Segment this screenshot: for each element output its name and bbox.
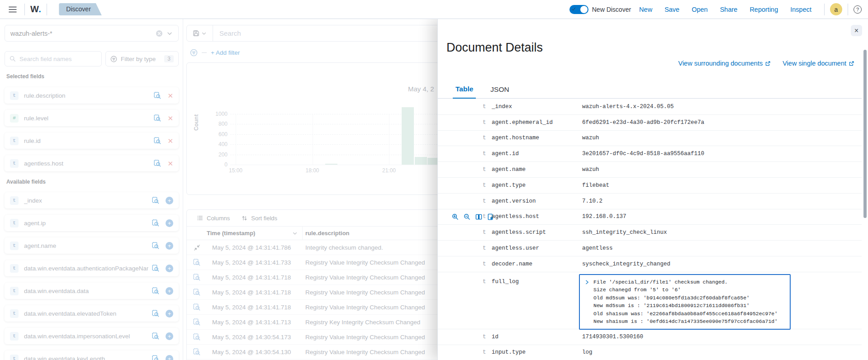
row-timestamp: May 5, 2024 @ 14:30:54.130 (207, 349, 303, 355)
remove-field-icon[interactable]: ✕ (167, 160, 173, 167)
field-item-agent.ip[interactable]: t agent.ip + (5, 215, 179, 231)
clear-index-icon[interactable] (156, 30, 163, 37)
document-field-value: syscheck_integrity_changed (582, 261, 862, 267)
field-item-agentless.host[interactable]: t agentless.host ✕ (5, 155, 179, 171)
topbar-link-reporting[interactable]: Reporting (749, 6, 778, 13)
chevron-down-icon[interactable] (166, 30, 173, 37)
filter-by-type-button[interactable]: Filter by type 3 (105, 51, 179, 66)
close-icon[interactable]: × (851, 25, 862, 36)
add-field-icon[interactable]: + (166, 355, 173, 360)
row-timestamp: May 5, 2024 @ 14:31:41.713 (207, 319, 303, 326)
topbar-link-inspect[interactable]: Inspect (790, 6, 811, 13)
field-type-icon: t (476, 198, 492, 204)
field-item-rule.description[interactable]: t rule.description ✕ (5, 87, 179, 104)
inspect-field-icon[interactable] (154, 160, 161, 167)
search-field-names-input[interactable]: Search field names (5, 51, 102, 66)
topbar-link-open[interactable]: Open (692, 6, 707, 13)
document-field-row-agent.id: t agent.id 3e201657-df0c-4c9d-8518-aa955… (438, 146, 862, 162)
divider (848, 4, 848, 15)
add-field-icon[interactable]: + (166, 332, 173, 340)
view-surrounding-documents-link[interactable]: View surrounding documents (678, 60, 771, 67)
field-item-data.win.eventdata.authenticationPackageName[interactable]: t data.win.eventdata.authenticationPacka… (5, 260, 179, 276)
remove-field-icon[interactable]: ✕ (167, 92, 173, 99)
add-field-icon[interactable]: + (166, 265, 173, 272)
field-item-agent.name[interactable]: t agent.name + (5, 237, 179, 254)
inspect-field-icon[interactable] (152, 332, 159, 340)
saved-query-menu-button[interactable] (187, 25, 213, 41)
remove-field-icon[interactable]: ✕ (167, 115, 173, 122)
add-field-icon[interactable]: + (166, 197, 173, 204)
field-name: data.win.eventdata.data (24, 288, 148, 294)
view-single-document-link[interactable]: View single document (783, 60, 854, 67)
inspect-doc-icon (193, 333, 200, 341)
scrollbar-thumb[interactable] (863, 50, 867, 218)
inspect-field-icon[interactable] (152, 197, 159, 204)
filter-for-value-icon[interactable] (452, 213, 459, 220)
add-field-icon[interactable]: + (166, 310, 173, 317)
x-tick-label: 15:00 (222, 167, 249, 174)
tab-json[interactable]: JSON (488, 81, 512, 98)
field-item-rule.level[interactable]: # rule.level ✕ (5, 110, 179, 126)
field-item-data.win.eventdata.keyLength[interactable]: t data.win.eventdata.keyLength + (5, 351, 179, 360)
expand-log-icon[interactable] (584, 279, 590, 285)
inspect-field-icon[interactable] (154, 92, 161, 99)
menu-hamburger-icon[interactable] (6, 3, 19, 16)
field-type-icon: t (476, 213, 492, 220)
inspect-field-icon[interactable] (152, 219, 159, 227)
filter-bar: + Add filter (190, 49, 240, 57)
chevron-down-icon[interactable] (292, 231, 298, 236)
new-discover-toggle[interactable] (569, 5, 588, 14)
remove-field-icon[interactable]: ✕ (167, 137, 173, 144)
field-item-_index[interactable]: t _index + (5, 192, 179, 208)
field-type-icon: t (10, 287, 19, 295)
breadcrumb-discover-tab[interactable]: Discover (59, 3, 101, 15)
field-type-icon: t (10, 137, 19, 145)
add-field-icon[interactable]: + (166, 242, 173, 250)
filter-out-value-icon[interactable] (464, 213, 470, 220)
row-timestamp: May 5, 2024 @ 14:31:41.786 (207, 244, 303, 251)
inspect-doc-icon (193, 289, 200, 296)
inspect-field-icon[interactable] (154, 114, 161, 122)
help-icon[interactable]: ? (854, 5, 862, 14)
field-item-data.win.eventdata.impersonationLevel[interactable]: t data.win.eventdata.impersonationLevel … (5, 328, 179, 344)
field-item-data.win.eventdata.elevatedToken[interactable]: t data.win.eventdata.elevatedToken + (5, 305, 179, 322)
document-details-flyout: × Document Details View surrounding docu… (437, 19, 868, 360)
sort-fields-button[interactable]: Sort fields (242, 215, 277, 222)
inspect-field-icon[interactable] (152, 355, 159, 360)
topbar-link-new[interactable]: New (639, 6, 652, 13)
document-field-value: wazuh (582, 166, 862, 173)
time-column-header[interactable]: Time (timestamp) (207, 227, 303, 240)
available-fields-label: Available fields (6, 179, 46, 185)
document-field-row-agent.type: t agent.type filebeat (438, 178, 862, 194)
y-tick-label: 200 (199, 152, 228, 158)
document-field-value: agentless (582, 245, 862, 251)
index-pattern-select[interactable]: wazuh-alerts-* (5, 25, 179, 42)
inspect-field-icon[interactable] (152, 242, 159, 249)
top-navigation-bar: W. Discover New Discover NewSaveOpenShar… (0, 0, 868, 19)
field-type-icon: t (476, 229, 492, 236)
external-link-icon (849, 61, 854, 66)
field-type-icon: t (476, 151, 492, 157)
columns-button[interactable]: Columns (197, 215, 230, 222)
inspect-field-icon[interactable] (152, 265, 159, 272)
add-field-icon[interactable]: + (166, 219, 173, 227)
gridline (236, 114, 236, 165)
tab-table[interactable]: Table (453, 81, 476, 99)
inspect-field-icon[interactable] (152, 287, 159, 294)
filter-icon[interactable] (190, 49, 198, 57)
topbar-link-share[interactable]: Share (720, 6, 738, 13)
row-timestamp: May 5, 2024 @ 14:31:41.718 (207, 274, 303, 281)
flyout-title: Document Details (446, 41, 543, 55)
inspect-field-icon[interactable] (152, 310, 159, 317)
add-filter-button[interactable]: + Add filter (211, 49, 240, 56)
field-name: data.win.eventdata.elevatedToken (24, 310, 148, 317)
inspect-field-icon[interactable] (154, 137, 161, 144)
user-avatar[interactable]: a (830, 3, 842, 15)
field-item-data.win.eventdata.data[interactable]: t data.win.eventdata.data + (5, 283, 179, 299)
topbar-link-save[interactable]: Save (664, 6, 679, 13)
field-type-icon: t (10, 264, 19, 273)
app-logo[interactable]: W. (30, 4, 41, 14)
field-item-rule.id[interactable]: t rule.id ✕ (5, 133, 179, 149)
field-type-icon: # (10, 114, 19, 123)
add-field-icon[interactable]: + (166, 287, 173, 295)
